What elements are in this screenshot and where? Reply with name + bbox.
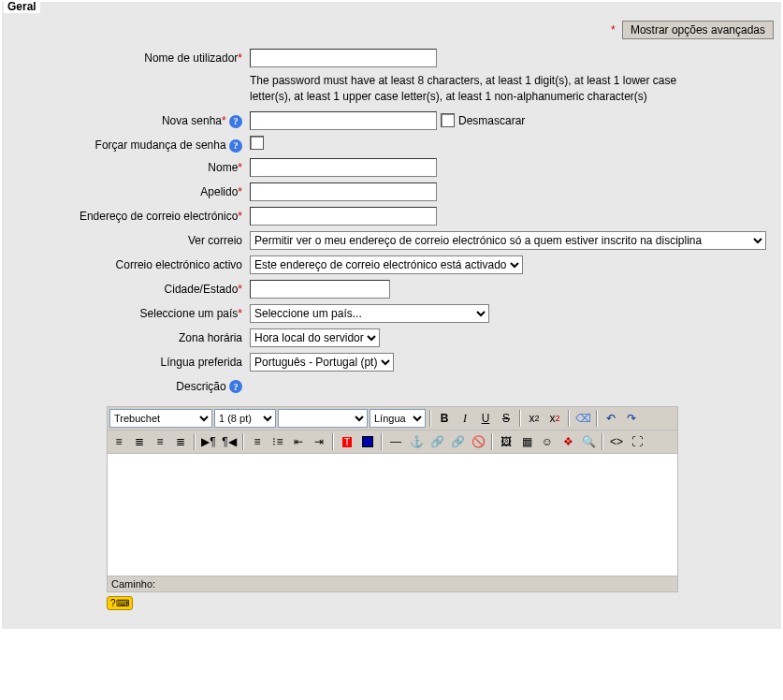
row-password-hint: The password must have at least 8 charac…: [2, 73, 781, 106]
email-label: Endereço de correio electrónico: [80, 210, 238, 223]
row-email-display: Ver correio Permitir ver o meu endereço …: [2, 231, 781, 250]
row-email-active: Correio electrónico activo Este endereço…: [2, 255, 781, 274]
outdent-icon[interactable]: ⇤: [289, 432, 308, 451]
smiley-icon[interactable]: ☺: [538, 432, 557, 451]
keyboard-help-icon[interactable]: ?⌨: [107, 596, 133, 610]
search-icon[interactable]: 🔍: [579, 432, 598, 451]
align-justify-icon[interactable]: ≣: [171, 432, 190, 451]
country-label: Seleccione um país: [140, 307, 239, 320]
unlink-icon[interactable]: 🔗: [448, 432, 467, 451]
force-change-checkbox[interactable]: [250, 136, 264, 150]
undo-icon[interactable]: ↶: [602, 409, 620, 428]
email-display-select[interactable]: Permitir ver o meu endereço de correio e…: [250, 231, 766, 250]
rtl-icon[interactable]: ¶◀: [220, 432, 239, 451]
text-color-icon[interactable]: T: [338, 432, 356, 451]
general-fieldset: Geral * Mostrar opções avançadas Nome de…: [2, 2, 781, 629]
link-icon[interactable]: 🔗: [428, 432, 446, 451]
row-description: Descrição ?: [2, 377, 781, 394]
clean-icon[interactable]: ⌫: [573, 409, 592, 428]
source-icon[interactable]: <>: [607, 432, 626, 451]
unmask-label: Desmascarar: [458, 114, 525, 127]
force-change-label: Forçar mudança de senha: [95, 139, 226, 152]
align-center-icon[interactable]: ≣: [130, 432, 149, 451]
password-hint-text: The password must have at least 8 charac…: [250, 73, 718, 106]
row-lastname: Apelido*: [2, 182, 781, 201]
editor-toolbar-2: ≡ ≣ ≡ ≣ ▶¶ ¶◀ ≡ ⁝≡ ⇤ ⇥ T — ⚓ 🔗 🔗 🚫 🖼 ▦ ☺: [107, 430, 678, 454]
anchor-icon[interactable]: ⚓: [407, 432, 426, 451]
ordered-list-icon[interactable]: ≡: [248, 432, 267, 451]
row-timezone: Zona horária Hora local do servidor: [2, 328, 781, 347]
firstname-input[interactable]: [250, 158, 437, 177]
new-password-label: Nova senha: [162, 114, 222, 127]
align-right-icon[interactable]: ≡: [151, 432, 169, 451]
row-country: Seleccione um país* Seleccione um país..…: [2, 304, 781, 323]
row-language: Língua preferida Português - Portugal (p…: [2, 353, 781, 372]
char-icon[interactable]: ❖: [558, 432, 577, 451]
bold-icon[interactable]: B: [435, 409, 454, 428]
description-label: Descrição: [176, 380, 225, 393]
indent-icon[interactable]: ⇥: [310, 432, 328, 451]
editor-font-select[interactable]: Trebuchet: [109, 409, 212, 428]
email-active-label: Correio electrónico activo: [116, 258, 242, 271]
timezone-select[interactable]: Hora local do servidor: [250, 328, 380, 347]
row-new-password: Nova senha* ? Desmascarar: [2, 111, 781, 130]
editor-lang-select[interactable]: Língua: [370, 409, 426, 428]
subscript-icon[interactable]: x2: [525, 409, 544, 428]
editor-path-bar: Caminho:: [107, 576, 678, 592]
align-left-icon[interactable]: ≡: [109, 432, 128, 451]
bg-color-icon[interactable]: [358, 432, 377, 451]
editor-size-select[interactable]: 1 (8 pt): [214, 409, 276, 428]
image-icon[interactable]: 🖼: [497, 432, 515, 451]
row-firstname: Nome*: [2, 158, 781, 177]
underline-icon[interactable]: U: [476, 409, 495, 428]
show-advanced-button[interactable]: Mostrar opções avançadas: [622, 21, 774, 39]
language-label: Língua preferida: [161, 356, 242, 369]
email-active-select[interactable]: Este endereço de correio electrónico est…: [250, 255, 523, 274]
ltr-icon[interactable]: ▶¶: [199, 432, 218, 451]
username-input[interactable]: [250, 49, 437, 67]
superscript-icon[interactable]: x2: [545, 409, 564, 428]
new-password-input[interactable]: [250, 111, 437, 130]
firstname-label: Nome: [208, 161, 238, 174]
hr-icon[interactable]: —: [386, 432, 405, 451]
city-label: Cidade/Estado: [165, 283, 239, 296]
help-icon[interactable]: ?: [229, 115, 242, 128]
email-display-label: Ver correio: [188, 234, 242, 247]
lastname-label: Apelido: [200, 185, 238, 198]
email-input[interactable]: [250, 207, 437, 226]
city-input[interactable]: [250, 280, 390, 299]
html-editor: Trebuchet 1 (8 pt) Língua B I U S x2 x2 …: [107, 406, 678, 610]
help-icon[interactable]: ?: [229, 139, 242, 153]
italic-icon[interactable]: I: [456, 409, 474, 428]
editor-toolbar-1: Trebuchet 1 (8 pt) Língua B I U S x2 x2 …: [107, 406, 678, 430]
unordered-list-icon[interactable]: ⁝≡: [268, 432, 287, 451]
nolink-icon[interactable]: 🚫: [469, 432, 487, 451]
language-select[interactable]: Português - Portugal (pt): [250, 353, 394, 372]
fullscreen-icon[interactable]: ⛶: [628, 432, 646, 451]
username-label: Nome de utilizador: [144, 51, 238, 65]
fieldset-legend: Geral: [4, 0, 40, 13]
advanced-options-wrap: * Mostrar opções avançadas: [2, 15, 781, 49]
editor-textarea[interactable]: [107, 454, 678, 576]
country-select[interactable]: Seleccione um país...: [250, 304, 489, 323]
editor-path-label: Caminho:: [111, 578, 155, 590]
help-icon[interactable]: ?: [229, 380, 242, 393]
required-marker: *: [611, 23, 616, 36]
unmask-checkbox[interactable]: [441, 113, 455, 127]
row-city: Cidade/Estado*: [2, 280, 781, 299]
row-force-change: Forçar mudança de senha ?: [2, 136, 781, 153]
table-icon[interactable]: ▦: [517, 432, 536, 451]
editor-style-select[interactable]: [278, 409, 368, 428]
strike-icon[interactable]: S: [497, 409, 515, 428]
row-email: Endereço de correio electrónico*: [2, 207, 781, 226]
lastname-input[interactable]: [250, 182, 437, 201]
row-username: Nome de utilizador*: [2, 49, 781, 67]
redo-icon[interactable]: ↷: [622, 409, 641, 428]
timezone-label: Zona horária: [179, 331, 242, 344]
